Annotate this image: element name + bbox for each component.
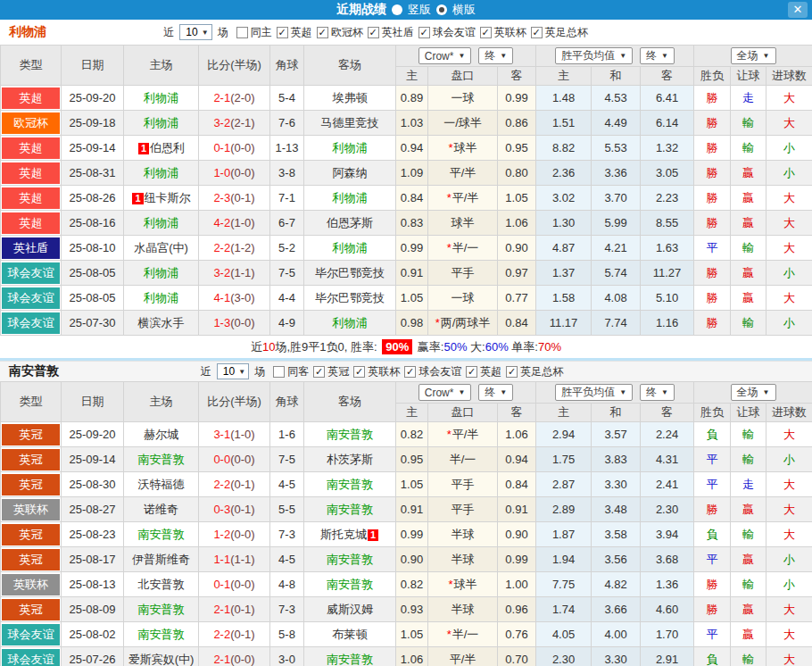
games-count-select[interactable]: 10▼	[217, 363, 249, 379]
result-handicap-cell: 輸	[731, 236, 766, 261]
same-venue-label[interactable]: 同主	[251, 25, 272, 40]
home-team-link[interactable]: 南安普敦	[138, 528, 185, 541]
same-venue-label[interactable]: 同客	[287, 364, 309, 379]
competition-label[interactable]: 英足总杯	[520, 364, 563, 379]
wdl-avg-dropdown[interactable]: 胜平负均值▼	[555, 47, 633, 64]
avg-odds-home-cell: 2.89	[536, 497, 592, 522]
final-avg-dropdown[interactable]: 终▼	[640, 47, 675, 64]
handicap-line-cell: 一球	[428, 286, 498, 311]
same-venue-checkbox[interactable]	[273, 366, 285, 378]
score-cell: 1-2(0-0)	[199, 522, 270, 547]
home-team-link[interactable]: 伊普斯维奇	[132, 553, 190, 566]
competition-label[interactable]: 球会友谊	[418, 364, 461, 379]
competition-label[interactable]: 英超	[291, 25, 312, 40]
horizontal-layout-radio[interactable]	[436, 4, 447, 15]
final-avg-dropdown[interactable]: 终▼	[640, 384, 675, 401]
competition-label[interactable]: 英社盾	[382, 25, 414, 40]
competition-checkbox[interactable]: ✓	[368, 27, 379, 38]
vertical-layout-label[interactable]: 竖版	[408, 2, 431, 18]
away-team-link[interactable]: 利物浦	[333, 241, 368, 254]
match-type-cell: 英冠	[1, 447, 62, 472]
away-team-link[interactable]: 伯恩茅斯	[327, 216, 373, 229]
competition-checkbox[interactable]: ✓	[353, 366, 365, 378]
final-odds-dropdown[interactable]: 终▼	[478, 47, 513, 64]
same-venue-checkbox[interactable]	[236, 27, 248, 38]
away-team-link[interactable]: 南安普敦	[327, 428, 373, 441]
competition-label[interactable]: 英联杯	[368, 364, 400, 379]
competition-label[interactable]: 英冠	[327, 364, 349, 379]
away-team-link[interactable]: 威斯汉姆	[327, 603, 373, 616]
away-team-link[interactable]: 利物浦	[333, 141, 368, 154]
home-team-link[interactable]: 南安普敦	[138, 603, 185, 616]
away-team-link[interactable]: 南安普敦	[327, 578, 373, 591]
home-team-link[interactable]: 利物浦	[144, 166, 178, 179]
wdl-avg-dropdown[interactable]: 胜平负均值▼	[555, 384, 633, 401]
away-team-link[interactable]: 南安普敦	[327, 553, 373, 566]
competition-checkbox[interactable]: ✓	[418, 27, 430, 38]
competition-checkbox[interactable]: ✓	[277, 27, 288, 38]
avg-odds-away-cell: 2.30	[641, 497, 694, 522]
away-team-link[interactable]: 布莱顿	[333, 628, 368, 641]
match-date-cell: 25-08-10	[62, 236, 124, 261]
home-team-link[interactable]: 沃特福德	[138, 478, 185, 491]
competition-checkbox[interactable]: ✓	[506, 366, 518, 378]
bookmaker-dropdown[interactable]: Crow*▼	[418, 47, 472, 64]
home-team-link[interactable]: 横滨水手	[138, 316, 185, 329]
vertical-layout-radio[interactable]	[392, 4, 402, 15]
result-handicap-cell: 輸	[731, 447, 766, 472]
avg-odds-draw-cell: 4.49	[592, 111, 641, 136]
home-team-link[interactable]: 爱斯宾奴(中)	[128, 653, 195, 666]
fulltime-dropdown[interactable]: 全场▼	[731, 47, 776, 64]
summary-part: 大:	[467, 340, 485, 354]
away-team-link[interactable]: 南安普敦	[327, 653, 373, 666]
competition-label[interactable]: 欧冠杯	[331, 25, 363, 40]
away-team-link[interactable]: 南安普敦	[327, 478, 373, 491]
handicap-odds-home-cell: 1.09	[396, 161, 428, 186]
away-team-link[interactable]: 毕尔巴鄂竞技	[315, 266, 385, 279]
home-team-link[interactable]: 利物浦	[144, 266, 178, 279]
home-team-link[interactable]: 利物浦	[144, 91, 178, 104]
away-team-link[interactable]: 南安普敦	[327, 503, 373, 516]
final-odds-dropdown[interactable]: 终▼	[478, 384, 513, 401]
corner-cell: 5-5	[270, 497, 304, 522]
away-team-link[interactable]: 马德里竞技	[321, 116, 379, 129]
competition-checkbox[interactable]: ✓	[317, 27, 328, 38]
games-count-select[interactable]: 10▼	[179, 24, 211, 40]
away-team-link[interactable]: 利物浦	[333, 191, 368, 204]
competition-label[interactable]: 英足总杯	[545, 25, 588, 40]
away-team-link[interactable]: 朴茨茅斯	[327, 453, 373, 466]
competition-checkbox[interactable]: ✓	[531, 27, 543, 38]
home-team-link[interactable]: 赫尔城	[144, 428, 178, 441]
home-team-link[interactable]: 南安普敦	[138, 453, 185, 466]
home-team-link[interactable]: 水晶宫(中)	[134, 241, 188, 254]
away-team-link[interactable]: 利物浦	[333, 316, 368, 329]
home-team-link[interactable]: 诺维奇	[144, 503, 178, 516]
match-type-cell: 球会友谊	[1, 286, 62, 311]
home-team-cell: 1伯恩利	[124, 136, 199, 161]
avg-odds-home-cell: 1.37	[536, 261, 592, 286]
competition-label[interactable]: 英联杯	[494, 25, 526, 40]
match-date-cell: 25-08-16	[62, 211, 124, 236]
home-team-link[interactable]: 纽卡斯尔	[145, 191, 191, 204]
home-team-link[interactable]: 南安普敦	[138, 628, 185, 641]
close-icon[interactable]: ✕	[788, 2, 808, 18]
competition-label[interactable]: 英超	[480, 364, 501, 379]
competition-label[interactable]: 球会友谊	[433, 25, 476, 40]
recent-label: 近	[201, 364, 211, 379]
home-team-link[interactable]: 伯恩利	[150, 141, 185, 154]
home-team-link[interactable]: 利物浦	[144, 116, 178, 129]
away-team-link[interactable]: 阿森纳	[333, 166, 368, 179]
home-team-link[interactable]: 利物浦	[144, 216, 178, 229]
away-team-link[interactable]: 毕尔巴鄂竞技	[315, 291, 385, 304]
away-team-link[interactable]: 埃弗顿	[333, 91, 368, 104]
horizontal-layout-label[interactable]: 横版	[452, 2, 476, 18]
competition-checkbox[interactable]: ✓	[480, 27, 492, 38]
bookmaker-dropdown[interactable]: Crow*▼	[418, 384, 472, 401]
home-team-link[interactable]: 利物浦	[144, 291, 178, 304]
away-team-link[interactable]: 斯托克城	[320, 528, 367, 541]
competition-checkbox[interactable]: ✓	[404, 366, 416, 378]
competition-checkbox[interactable]: ✓	[313, 366, 325, 378]
fulltime-dropdown[interactable]: 全场▼	[731, 384, 776, 401]
competition-checkbox[interactable]: ✓	[466, 366, 477, 378]
home-team-link[interactable]: 北安普敦	[138, 578, 185, 591]
